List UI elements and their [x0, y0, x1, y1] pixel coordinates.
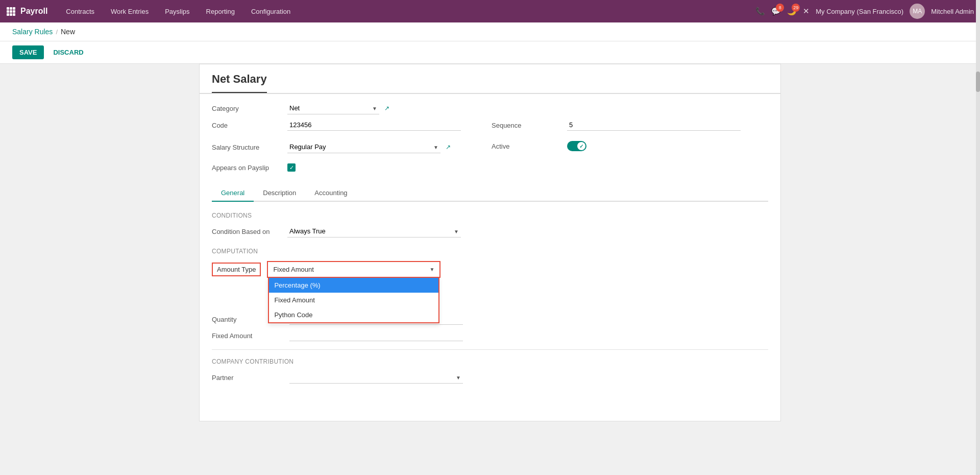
app-name: Payroll — [20, 7, 47, 16]
active-row: Active ✓ — [492, 141, 741, 151]
main-content: Net Salary Category Net ▼ ↗ — [0, 64, 980, 421]
category-row: Category Net ▼ ↗ — [212, 102, 768, 114]
fixed-amount-label: Fixed Amount — [212, 332, 283, 340]
appears-on-payslip-checkbox[interactable]: ✓ — [287, 163, 296, 172]
category-label: Category — [212, 105, 283, 112]
tabs: General Description Accounting — [212, 185, 768, 202]
dropdown-option-percentage[interactable]: Percentage (%) — [269, 278, 438, 293]
amount-type-arrow-icon: ▼ — [429, 267, 434, 272]
scrollbar-thumb[interactable] — [976, 72, 980, 92]
save-button[interactable]: SAVE — [12, 45, 44, 59]
top-navigation: Payroll Contracts Work Entries Payslips … — [0, 0, 980, 22]
chat-badge: 8 — [776, 4, 784, 12]
svg-rect-1 — [10, 7, 12, 10]
company-contribution-section-label: Company Contribution — [212, 358, 768, 365]
svg-rect-4 — [10, 10, 12, 13]
tab-general[interactable]: General — [212, 185, 254, 202]
menu-contracts[interactable]: Contracts — [63, 6, 97, 17]
discard-button[interactable]: DISCARD — [49, 45, 87, 59]
svg-rect-6 — [7, 13, 9, 16]
active-label: Active — [492, 142, 563, 150]
breadcrumb: Salary Rules / New — [0, 22, 980, 41]
form-header: Net Salary — [200, 64, 780, 94]
right-fields: Sequence Active ✓ — [492, 120, 741, 177]
partner-dropdown-wrapper: ▼ — [289, 371, 463, 384]
breadcrumb-current: New — [61, 28, 75, 36]
salary-structure-dropdown-wrapper: Regular Pay ▼ — [287, 141, 440, 153]
top-right-icons: 📞 💬 8 🌙 29 ✕ My Company (San Francisco) … — [755, 4, 974, 19]
partner-row: Partner ▼ — [212, 371, 768, 384]
code-row: Code 123456 — [212, 120, 461, 131]
condition-based-on-wrapper: Always True ▼ — [287, 225, 461, 238]
appears-on-payslip-row: Appears on Payslip ✓ — [212, 163, 461, 172]
amount-type-display[interactable]: Fixed Amount ▼ — [269, 263, 438, 276]
condition-based-on-row: Condition Based on Always True ▼ — [212, 225, 768, 238]
toggle-check-icon: ✓ — [579, 144, 583, 149]
activity-badge: 29 — [792, 4, 800, 12]
chat-icon[interactable]: 💬 8 — [771, 7, 781, 16]
section-divider — [212, 349, 768, 350]
amount-type-row: Amount Type Fixed Amount ▼ Percentage (%… — [212, 261, 768, 278]
code-label: Code — [212, 122, 283, 129]
category-dropdown-wrapper: Net ▼ — [287, 102, 379, 114]
code-input[interactable]: 123456 — [287, 120, 461, 131]
sequence-row: Sequence — [492, 120, 741, 131]
toggle-track: ✓ — [567, 141, 586, 151]
active-toggle[interactable]: ✓ — [567, 141, 586, 151]
svg-rect-5 — [13, 10, 15, 13]
user-avatar[interactable]: MA — [910, 4, 925, 19]
condition-based-on-select[interactable]: Always True — [287, 225, 461, 238]
two-col-fields: Code 123456 Salary Structure Regular Pay… — [212, 120, 768, 177]
menu-payslips[interactable]: Payslips — [162, 6, 192, 17]
salary-structure-select[interactable]: Regular Pay — [287, 141, 440, 153]
fixed-amount-input[interactable] — [289, 330, 463, 341]
partner-select[interactable] — [289, 371, 463, 384]
breadcrumb-parent[interactable]: Salary Rules — [12, 28, 53, 36]
grid-icon[interactable] — [6, 7, 15, 16]
condition-based-on-label: Condition Based on — [212, 228, 283, 235]
category-external-link[interactable]: ↗ — [384, 105, 389, 112]
action-bar: SAVE DISCARD — [0, 41, 980, 64]
phone-icon[interactable]: 📞 — [755, 7, 765, 16]
sequence-input[interactable] — [567, 120, 741, 131]
menu-configuration[interactable]: Configuration — [248, 6, 293, 17]
scrollbar[interactable] — [976, 0, 980, 421]
svg-rect-3 — [7, 10, 9, 13]
menu-work-entries[interactable]: Work Entries — [108, 6, 152, 17]
tab-description[interactable]: Description — [254, 185, 305, 202]
company-name: My Company (San Francisco) — [816, 8, 903, 15]
salary-structure-row: Salary Structure Regular Pay ▼ ↗ — [212, 141, 461, 153]
sequence-label: Sequence — [492, 122, 563, 129]
breadcrumb-separator: / — [56, 28, 58, 36]
amount-type-label: Amount Type — [212, 263, 261, 276]
top-menu: Contracts Work Entries Payslips Reportin… — [63, 6, 755, 17]
svg-rect-7 — [10, 13, 12, 16]
form-card: Net Salary Category Net ▼ ↗ — [199, 64, 781, 421]
dropdown-option-python-code[interactable]: Python Code — [269, 307, 438, 322]
conditions-section-label: Conditions — [212, 212, 768, 219]
dropdown-option-fixed-amount[interactable]: Fixed Amount — [269, 293, 438, 307]
amount-type-selected-value: Fixed Amount — [273, 266, 314, 273]
appears-on-payslip-label: Appears on Payslip — [212, 164, 283, 172]
toggle-thumb: ✓ — [577, 142, 585, 150]
svg-rect-2 — [13, 7, 15, 10]
fixed-amount-row: Fixed Amount — [212, 330, 768, 341]
form-fields: Category Net ▼ ↗ Code 123456 — [200, 94, 780, 185]
activity-icon[interactable]: 🌙 29 — [787, 7, 797, 16]
salary-structure-label: Salary Structure — [212, 144, 283, 151]
left-fields: Code 123456 Salary Structure Regular Pay… — [212, 120, 461, 177]
partner-label: Partner — [212, 374, 283, 382]
svg-rect-8 — [13, 13, 15, 16]
computation-section-label: Computation — [212, 248, 768, 255]
username: Mitchell Admin — [931, 8, 974, 15]
tab-accounting[interactable]: Accounting — [305, 185, 356, 202]
svg-rect-0 — [7, 7, 9, 10]
menu-reporting[interactable]: Reporting — [203, 6, 238, 17]
salary-structure-ext-link[interactable]: ↗ — [446, 144, 451, 151]
close-icon[interactable]: ✕ — [803, 7, 810, 16]
form-title: Net Salary — [212, 73, 267, 93]
amount-type-dropdown-list: Percentage (%) Fixed Amount Python Code — [268, 277, 439, 323]
category-select[interactable]: Net — [287, 102, 379, 114]
amount-type-wrapper: Fixed Amount ▼ Percentage (%) Fixed Amou… — [267, 261, 440, 278]
amount-type-dropdown-container: Fixed Amount ▼ Percentage (%) Fixed Amou… — [267, 261, 440, 278]
